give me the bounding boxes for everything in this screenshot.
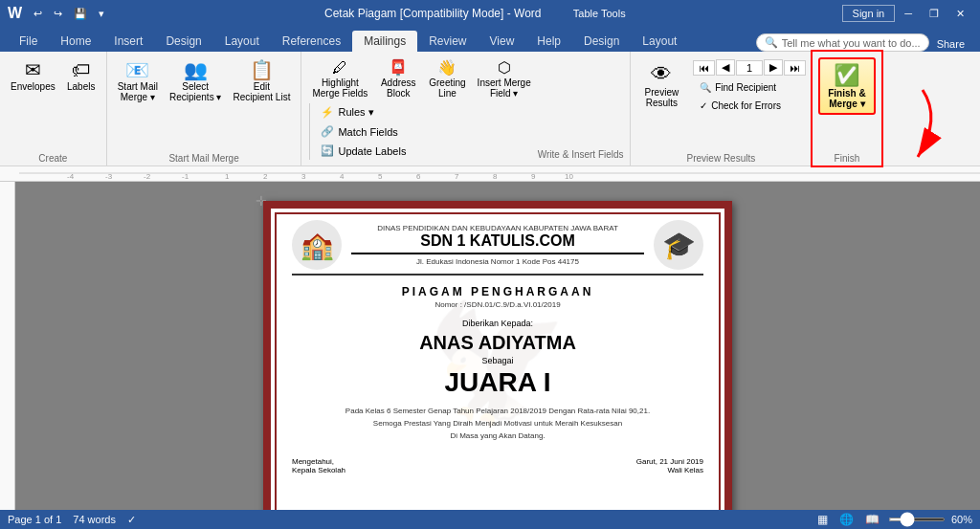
cert-description: Pada Kelas 6 Semester Genap Tahun Pelaja… [292, 406, 703, 442]
address-block-button[interactable]: 📮 AddressBlock [374, 57, 422, 101]
window-title: Cetak Piagam [Compatibility Mode] - Word… [108, 7, 841, 20]
svg-text:10: 10 [565, 172, 573, 181]
zoom-level: 60% [951, 514, 972, 525]
tab-design[interactable]: Design [154, 31, 212, 52]
preview-results-button[interactable]: 👁 PreviewResults [636, 57, 688, 113]
read-mode-view-button[interactable]: 📖 [862, 513, 882, 526]
highlight-merge-fields-button[interactable]: 🖊 HighlightMerge Fields [307, 57, 372, 101]
svg-text:7: 7 [455, 172, 459, 181]
save-button[interactable]: 💾 [70, 6, 91, 22]
first-record-button[interactable]: ⏮ [693, 60, 715, 76]
print-layout-view-button[interactable]: ▦ [814, 513, 831, 526]
ribbon-group-create: ✉ Envelopes 🏷 Labels Create [0, 52, 107, 165]
cert-divider [351, 253, 644, 254]
desc-line2: Semoga Prestasi Yang Diraih Menjadi Moti… [292, 418, 703, 430]
close-button[interactable]: ✕ [948, 6, 972, 22]
match-fields-button[interactable]: 🔗 Match Fields [314, 122, 535, 141]
web-layout-view-button[interactable]: 🌐 [836, 513, 857, 526]
title-bar-controls: Sign in ─ ❐ ✕ [842, 5, 972, 22]
edit-recipient-list-button[interactable]: 📋 EditRecipient List [228, 57, 295, 105]
envelopes-button[interactable]: ✉ Envelopes [6, 57, 60, 95]
qat-dropdown-button[interactable]: ▾ [95, 6, 108, 22]
finish-merge-button[interactable]: ✅ Finish &Merge ▾ [818, 57, 875, 115]
ribbon-group-preview: 👁 PreviewResults ⏮ ◀ ▶ ⏭ 🔍 Find Recipien… [631, 52, 813, 165]
svg-text:6: 6 [416, 172, 421, 181]
tab-home[interactable]: Home [49, 31, 102, 52]
cert-address: Jl. Edukasi Indonesia Nomor 1 Kode Pos 4… [342, 257, 654, 266]
zoom-slider[interactable] [888, 518, 946, 521]
edit-list-icon: 📋 [250, 60, 274, 79]
title-bar: W ↩ ↪ 💾 ▾ Cetak Piagam [Compatibility Mo… [0, 0, 980, 27]
address-icon: 📮 [389, 60, 408, 76]
start-mail-merge-label: Start Mail Merge [168, 153, 238, 164]
redo-button[interactable]: ↪ [50, 6, 66, 22]
desc-line3: Di Masa yang Akan Datang. [292, 430, 703, 443]
select-recipients-button[interactable]: 👥 SelectRecipients ▾ [165, 57, 226, 105]
check-icon: ✓ [700, 100, 707, 111]
recipient-name: ANAS ADIYATMA [292, 332, 703, 354]
sig-right-title: Garut, 21 Juni 2019 [636, 457, 703, 466]
sign-in-button[interactable]: Sign in [842, 5, 896, 22]
envelope-icon: ✉ [25, 60, 41, 79]
ribbon-group-start-mail-merge: 📧 Start MailMerge ▾ 👥 SelectRecipients ▾… [107, 52, 302, 165]
school-logo-right: 🎓 [654, 220, 703, 270]
svg-text:4: 4 [340, 172, 345, 181]
tab-layout[interactable]: Layout [213, 31, 271, 52]
write-insert-content: 🖊 HighlightMerge Fields 📮 AddressBlock 👋… [307, 54, 535, 164]
tab-view[interactable]: View [479, 31, 526, 52]
tab-file[interactable]: File [8, 31, 49, 52]
label-icon: 🏷 [72, 60, 91, 79]
tab-layout2[interactable]: Layout [631, 31, 688, 52]
find-recipient-button[interactable]: 🔍 Find Recipient [693, 79, 806, 96]
cert-org: DINAS PENDIDIKAN DAN KEBUDAYAAN KABUPATE… [342, 224, 654, 232]
svg-text:8: 8 [493, 172, 498, 181]
write-insert-label: Write & Insert Fields [538, 149, 624, 160]
svg-text:9: 9 [531, 172, 536, 181]
sebagai: Sebagai [292, 356, 703, 365]
greeting-line-button[interactable]: 👋 GreetingLine [424, 57, 470, 101]
tab-review[interactable]: Review [417, 31, 478, 52]
tab-insert[interactable]: Insert [102, 31, 154, 52]
tab-design2[interactable]: Design [572, 31, 631, 52]
piagam-title: PIAGAM PENGHARGAAN [292, 285, 703, 298]
mail-merge-buttons: 📧 Start MailMerge ▾ 👥 SelectRecipients ▾… [113, 54, 296, 151]
restore-button[interactable]: ❐ [922, 6, 947, 22]
update-labels-button[interactable]: 🔄 Update Labels [314, 142, 535, 160]
status-right: ▦ 🌐 📖 60% [814, 513, 972, 526]
tell-me-input-area[interactable]: 🔍 Tell me what you want to do... [756, 33, 929, 52]
write-insert-top: 🖊 HighlightMerge Fields 📮 AddressBlock 👋… [307, 57, 535, 101]
last-record-button[interactable]: ⏭ [784, 60, 806, 76]
svg-text:-2: -2 [144, 172, 151, 181]
record-number-input[interactable] [736, 60, 763, 76]
merge-field-icon: ⬡ [498, 60, 511, 76]
tab-help[interactable]: Help [525, 31, 572, 52]
preview-right: ⏮ ◀ ▶ ⏭ 🔍 Find Recipient ✓ Check for Err… [693, 57, 806, 114]
write-insert-small: ⚡ Rules ▾ 🔗 Match Fields 🔄 Update Labels [309, 103, 535, 160]
tab-references[interactable]: References [271, 31, 352, 52]
rules-button[interactable]: ⚡ Rules ▾ [314, 103, 535, 121]
next-record-button[interactable]: ▶ [764, 59, 783, 76]
page-info: Page 1 of 1 [8, 514, 61, 525]
rules-icon: ⚡ [321, 106, 334, 119]
ribbon: ✉ Envelopes 🏷 Labels Create 📧 Start Mail… [0, 52, 980, 166]
undo-button[interactable]: ↩ [30, 6, 46, 22]
sig-left-title: Mengetahui, [292, 457, 345, 466]
greeting-icon: 👋 [437, 60, 457, 76]
tab-mailings[interactable]: Mailings [352, 31, 417, 52]
search-icon: 🔍 [765, 36, 778, 49]
cert-title-block: DINAS PENDIDIKAN DAN KEBUDAYAAN KABUPATE… [342, 224, 654, 266]
prev-record-button[interactable]: ◀ [716, 59, 735, 76]
check-errors-button[interactable]: ✓ Check for Errors [693, 98, 806, 114]
word-count: 74 words [73, 514, 116, 525]
minimize-button[interactable]: ─ [897, 6, 920, 21]
main-area: 🦅 🏫 DINAS PENDIDIKAN DAN KEBUDAYAAN KABU… [0, 182, 980, 510]
document-page: 🦅 🏫 DINAS PENDIDIKAN DAN KEBUDAYAAN KABU… [263, 201, 732, 510]
cert-header: 🏫 DINAS PENDIDIKAN DAN KEBUDAYAAN KABUPA… [292, 220, 703, 270]
insert-merge-field-button[interactable]: ⬡ Insert MergeField ▾ [473, 57, 536, 101]
share-button[interactable]: Share [929, 36, 972, 52]
start-mail-merge-button[interactable]: 📧 Start MailMerge ▾ [113, 57, 163, 105]
finish-label: Finish [835, 153, 860, 164]
labels-button[interactable]: 🏷 Labels [62, 57, 100, 95]
svg-text:1: 1 [225, 172, 230, 181]
sig-left: Mengetahui, Kepala Sekolah [292, 457, 345, 474]
